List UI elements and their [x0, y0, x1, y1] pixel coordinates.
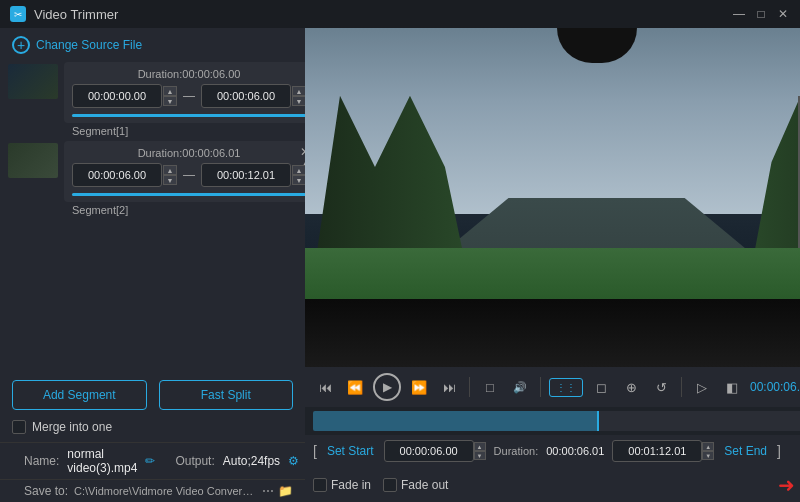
segment-2-end-input[interactable]: [201, 163, 291, 187]
segment-1-progress: [72, 114, 306, 117]
duration-label: Duration:: [494, 445, 539, 457]
fade-in-checkbox[interactable]: Fade in: [313, 478, 371, 492]
window-controls[interactable]: — □ ✕: [732, 7, 790, 21]
segment-1-end-wrapper[interactable]: ▲ ▼: [201, 84, 306, 108]
segment-1-info: Duration:00:00:06.00 ▲ ▼ —: [64, 62, 314, 137]
segment-1-start-input[interactable]: [72, 84, 162, 108]
folder-icon[interactable]: 📁: [278, 484, 293, 498]
skip-to-end-button[interactable]: ⏭: [437, 375, 461, 399]
segment-1-end-down[interactable]: ▼: [292, 96, 306, 106]
segment-end-time-wrapper[interactable]: ▲ ▼: [612, 440, 714, 462]
green-field: [305, 248, 800, 299]
segment-start-time-wrapper[interactable]: ▲ ▼: [384, 440, 486, 462]
segment-1-end-up[interactable]: ▲: [292, 86, 306, 96]
merge-checkbox[interactable]: [12, 420, 26, 434]
segment-1-block: Duration:00:00:06.00 ▲ ▼ —: [64, 62, 314, 123]
clip-tool-group[interactable]: ⋮⋮: [549, 378, 583, 397]
fast-split-button[interactable]: Fast Split: [159, 380, 294, 410]
left-panel: + Change Source File Duration:00:00:06.0…: [0, 28, 305, 502]
rotate-button[interactable]: ↺: [649, 375, 673, 399]
maximize-button[interactable]: □: [754, 7, 768, 21]
segment-end-time-input[interactable]: [612, 440, 702, 462]
dash-2: —: [181, 168, 197, 182]
segment-1-start-down[interactable]: ▼: [163, 96, 177, 106]
segment-2-start-up[interactable]: ▲: [163, 165, 177, 175]
timeline-track[interactable]: [313, 411, 800, 431]
minimize-button[interactable]: —: [732, 7, 746, 21]
segment-2-row: ✕ ▲▼ Duration:00:00:06.01 ▲ ▼ —: [8, 141, 297, 216]
fade-in-label: Fade in: [331, 478, 371, 492]
plus-icon: +: [12, 36, 30, 54]
add-segment-button[interactable]: Add Segment: [12, 380, 147, 410]
play-button[interactable]: ▶: [373, 373, 401, 401]
segment-end-up[interactable]: ▲: [702, 442, 714, 451]
segment-2-start-spinner[interactable]: ▲ ▼: [163, 165, 177, 185]
export-arrow-icon: ➜: [778, 473, 795, 497]
segment-2-end-down[interactable]: ▼: [292, 175, 306, 185]
segment-start-spinner[interactable]: ▲ ▼: [474, 442, 486, 460]
forward-button[interactable]: ⏩: [407, 375, 431, 399]
save-path-value: C:\Vidmore\Vidmore Video Converter\Video…: [74, 485, 256, 497]
segment-1-end-input[interactable]: [201, 84, 291, 108]
set-end-button[interactable]: Set End: [722, 444, 769, 458]
segment-2-end-up[interactable]: ▲: [292, 165, 306, 175]
file-info-row: Name: normal video(3).mp4 ✏ Output: Auto…: [0, 442, 305, 479]
close-button[interactable]: ✕: [776, 7, 790, 21]
volume-button[interactable]: 🔊: [508, 375, 532, 399]
clip-icon[interactable]: ⋮⋮: [554, 380, 578, 395]
segment-1-end-spinner[interactable]: ▲ ▼: [292, 86, 306, 106]
segment-1-label: Segment[1]: [64, 123, 314, 137]
edit-icon[interactable]: ✏: [145, 454, 155, 468]
segment-1-start-spinner[interactable]: ▲ ▼: [163, 86, 177, 106]
segment-2-start-down[interactable]: ▼: [163, 175, 177, 185]
change-source-label: Change Source File: [36, 38, 142, 52]
current-time: 00:00:06.00: [750, 380, 800, 394]
segment-2-end-wrapper[interactable]: ▲ ▼: [201, 163, 306, 187]
add-clip-button[interactable]: ⊕: [619, 375, 643, 399]
separator-2: [540, 377, 541, 397]
segment-1-start-wrapper[interactable]: ▲ ▼: [72, 84, 177, 108]
export-area: ➜ Export: [778, 471, 800, 498]
rewind-button[interactable]: ⏪: [343, 375, 367, 399]
segment-2-block: ✕ ▲▼ Duration:00:00:06.01 ▲ ▼ —: [64, 141, 314, 202]
merge-label: Merge into one: [32, 420, 112, 434]
segment-end-down[interactable]: ▼: [702, 451, 714, 460]
square-button[interactable]: □: [478, 375, 502, 399]
left-bracket: [: [313, 443, 317, 459]
segment-end-spinner[interactable]: ▲ ▼: [702, 442, 714, 460]
segment-2-label: Segment[2]: [64, 202, 314, 216]
fade-out-checkbox[interactable]: Fade out: [383, 478, 448, 492]
separator-3: [681, 377, 682, 397]
timeline-area[interactable]: [305, 407, 800, 435]
gear-icon[interactable]: ⚙: [288, 454, 299, 468]
file-name-value: normal video(3).mp4: [67, 447, 137, 475]
segment-start-down[interactable]: ▼: [474, 451, 486, 460]
save-row: Save to: C:\Vidmore\Vidmore Video Conver…: [0, 479, 305, 502]
set-start-button[interactable]: Set Start: [325, 444, 376, 458]
segment-2-start-input[interactable]: [72, 163, 162, 187]
app-icon: ✂: [10, 6, 26, 22]
fade-in-check[interactable]: [313, 478, 327, 492]
fade-out-check[interactable]: [383, 478, 397, 492]
segment-2-start-wrapper[interactable]: ▲ ▼: [72, 163, 177, 187]
duration-value: 00:00:06.01: [546, 445, 604, 457]
segment-2-end-spinner[interactable]: ▲ ▼: [292, 165, 306, 185]
speed-button[interactable]: ▷: [690, 375, 714, 399]
change-source-button[interactable]: + Change Source File: [0, 28, 305, 62]
main-area: + Change Source File Duration:00:00:06.0…: [0, 28, 800, 502]
more-options-icon[interactable]: ⋯: [262, 484, 274, 498]
video-background: [305, 28, 800, 367]
settings-button[interactable]: ◧: [720, 375, 744, 399]
file-name-label: Name:: [24, 454, 59, 468]
segment-1-start-up[interactable]: ▲: [163, 86, 177, 96]
separator-1: [469, 377, 470, 397]
skip-to-start-button[interactable]: ⏮: [313, 375, 337, 399]
save-icons: ⋯ 📁: [262, 484, 293, 498]
crop-button[interactable]: ◻: [589, 375, 613, 399]
segment-start-up[interactable]: ▲: [474, 442, 486, 451]
video-preview: [305, 28, 800, 367]
title-bar-left: ✂ Video Trimmer: [10, 6, 118, 22]
segment-1-times: ▲ ▼ — ▲ ▼: [72, 84, 306, 108]
segment-start-time-input[interactable]: [384, 440, 474, 462]
fade-out-label: Fade out: [401, 478, 448, 492]
